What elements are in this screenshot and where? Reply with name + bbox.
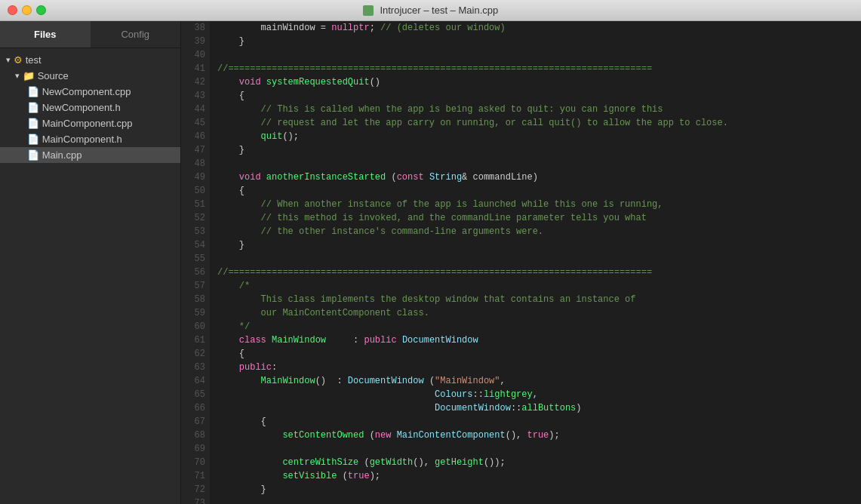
code-line: // When another instance of the app is l… bbox=[217, 198, 853, 211]
code-line bbox=[217, 442, 853, 456]
code-area[interactable]: mainWindow = nullptr; // (deletes our wi… bbox=[210, 21, 861, 504]
code-line: { bbox=[217, 184, 853, 198]
window-controls[interactable] bbox=[8, 5, 46, 15]
tree-source-folder[interactable]: ▾ 📁 Source bbox=[0, 68, 180, 84]
folder-icon: 📁 bbox=[23, 70, 35, 81]
root-icon: ⚙ bbox=[14, 54, 23, 66]
code-line: quit(); bbox=[217, 130, 853, 143]
maximize-button[interactable] bbox=[36, 5, 46, 15]
close-button[interactable] bbox=[8, 5, 17, 15]
code-line: { bbox=[217, 347, 853, 361]
code-line: public: bbox=[217, 361, 853, 374]
code-editor[interactable]: 38 39 40 41 42 43 44 45 46 47 48 49 50 5… bbox=[181, 21, 861, 504]
file-tree: ▾ ⚙ test ▾ 📁 Source 📄 NewComponent.cpp 📄… bbox=[0, 48, 180, 504]
code-line bbox=[217, 252, 853, 266]
code-line: centreWithSize (getWidth(), getHeight())… bbox=[217, 456, 853, 469]
app-icon bbox=[363, 5, 374, 16]
code-line: //======================================… bbox=[217, 266, 853, 279]
tree-file-main-cpp[interactable]: 📄 Main.cpp bbox=[0, 147, 180, 163]
sidebar: Files Config ▾ ⚙ test ▾ 📁 Source 📄 NewCo… bbox=[0, 21, 181, 504]
tree-file-maincomponent-cpp[interactable]: 📄 MainComponent.cpp bbox=[0, 115, 180, 131]
code-line: } bbox=[217, 238, 853, 252]
code-line bbox=[217, 157, 853, 171]
code-line bbox=[217, 48, 853, 62]
code-line: */ bbox=[217, 320, 853, 333]
tab-config[interactable]: Config bbox=[91, 21, 181, 48]
code-line: // request and let the app carry on runn… bbox=[217, 116, 853, 130]
minimize-button[interactable] bbox=[22, 5, 32, 15]
code-line: DocumentWindow::allButtons) bbox=[217, 401, 853, 415]
code-line: class MainWindow : public DocumentWindow bbox=[217, 333, 853, 347]
tree-root-test[interactable]: ▾ ⚙ test bbox=[0, 52, 180, 68]
tab-bar: Files Config bbox=[0, 21, 180, 48]
tree-file-maincomponent-h[interactable]: 📄 MainComponent.h bbox=[0, 131, 180, 147]
code-line: } bbox=[217, 483, 853, 496]
code-line: void systemRequestedQuit() bbox=[217, 75, 853, 89]
line-numbers: 38 39 40 41 42 43 44 45 46 47 48 49 50 5… bbox=[181, 21, 210, 504]
window-title: Introjucer – test – Main.cpp bbox=[363, 5, 498, 17]
code-line: // this method is invoked, and the comma… bbox=[217, 211, 853, 225]
code-line: This class implements the desktop window… bbox=[217, 293, 853, 306]
code-line: MainWindow() : DocumentWindow ("MainWind… bbox=[217, 374, 853, 388]
folder-expand-icon: ▾ bbox=[15, 71, 20, 81]
code-line: our MainContentComponent class. bbox=[217, 306, 853, 320]
titlebar: Introjucer – test – Main.cpp bbox=[0, 0, 861, 21]
code-line: // This is called when the app is being … bbox=[217, 103, 853, 116]
tab-files[interactable]: Files bbox=[0, 21, 91, 48]
code-line: void anotherInstanceStarted (const Strin… bbox=[217, 171, 853, 184]
code-line: setVisible (true); bbox=[217, 469, 853, 483]
code-line bbox=[217, 496, 853, 504]
file-icon: 📄 bbox=[27, 149, 39, 161]
file-icon: 📄 bbox=[27, 86, 39, 97]
code-line: setContentOwned (new MainContentComponen… bbox=[217, 429, 853, 442]
tree-file-newcomponent-h[interactable]: 📄 NewComponent.h bbox=[0, 100, 180, 115]
file-icon: 📄 bbox=[27, 118, 39, 129]
main-layout: Files Config ▾ ⚙ test ▾ 📁 Source 📄 NewCo… bbox=[0, 21, 861, 504]
code-line: mainWindow = nullptr; // (deletes our wi… bbox=[217, 21, 853, 35]
code-line: Colours::lightgrey, bbox=[217, 388, 853, 401]
code-line: /* bbox=[217, 279, 853, 293]
file-icon: 📄 bbox=[27, 134, 39, 145]
code-line: //======================================… bbox=[217, 62, 853, 75]
code-line: // the other instance's command-line arg… bbox=[217, 225, 853, 238]
code-line: { bbox=[217, 89, 853, 103]
folder-expand-icon: ▾ bbox=[6, 55, 11, 65]
code-line: { bbox=[217, 415, 853, 429]
code-line: } bbox=[217, 143, 853, 157]
tree-file-newcomponent-cpp[interactable]: 📄 NewComponent.cpp bbox=[0, 84, 180, 100]
code-line: } bbox=[217, 35, 853, 48]
file-icon: 📄 bbox=[27, 102, 39, 113]
